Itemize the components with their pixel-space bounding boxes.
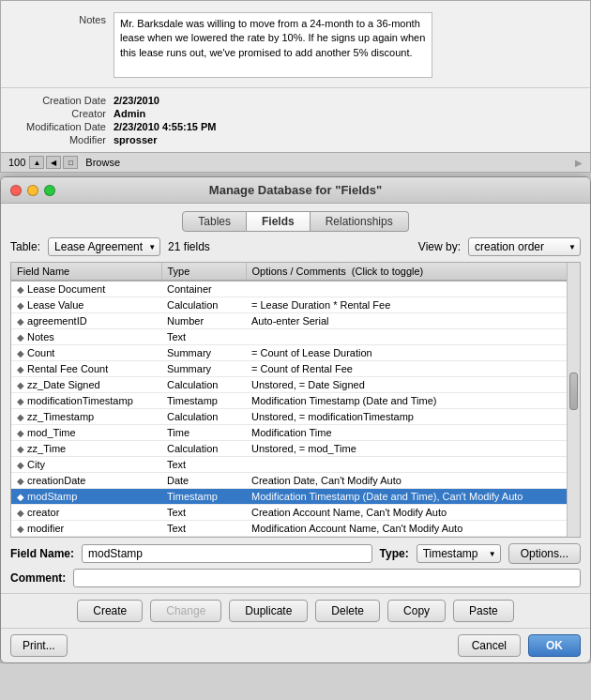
field-row-name: ◆ Notes — [11, 329, 161, 345]
field-icon: ◆ — [17, 492, 24, 502]
change-button[interactable]: Change — [150, 600, 221, 622]
paste-button[interactable]: Paste — [453, 600, 514, 622]
field-row-options: Auto-enter Serial — [246, 313, 580, 329]
field-row-type: Number — [161, 313, 246, 329]
slider-icon[interactable]: ◀ — [46, 156, 61, 169]
field-row-options: Creation Date, Can't Modify Auto — [246, 473, 580, 489]
field-icon: ◆ — [17, 284, 24, 295]
table-row[interactable]: ◆ modStamp Timestamp Modification Timest… — [11, 489, 580, 505]
browse-mode-label: Browse — [85, 157, 120, 168]
field-icon: ◆ — [17, 412, 24, 422]
options-button[interactable]: Options... — [508, 543, 581, 564]
modifier-row: Modifier sprosser — [10, 133, 581, 146]
comment-label: Comment: — [10, 571, 66, 585]
tab-relationships[interactable]: Relationships — [311, 211, 409, 232]
field-row-type: Text — [161, 329, 246, 345]
notes-value[interactable]: Mr. Barksdale was willing to move from a… — [114, 12, 432, 78]
field-row-options: Unstored, = mod_Time — [246, 441, 580, 457]
field-icon: ◆ — [17, 508, 24, 518]
field-row-options — [246, 281, 580, 297]
field-row-type: Calculation — [161, 377, 246, 393]
field-row-name: ◆ Count — [11, 345, 161, 361]
creator-row: Creator Admin — [10, 107, 581, 120]
table-row[interactable]: ◆ agreementID Number Auto-enter Serial — [11, 313, 580, 329]
field-row-type: Text — [161, 521, 246, 537]
dialog-titlebar: Manage Database for "Fields" — [1, 177, 590, 204]
field-name-label: Field Name: — [10, 547, 74, 560]
cancel-button[interactable]: Cancel — [458, 634, 521, 657]
scrollbar-thumb[interactable] — [569, 373, 578, 410]
table-row[interactable]: ◆ modifier Text Modification Account Nam… — [11, 521, 580, 537]
creation-date-row: Creation Date 2/23/2010 — [10, 94, 581, 107]
fields-table-container: Field Name Type Options / Comments (Clic… — [10, 262, 581, 538]
type-label: Type: — [380, 547, 409, 560]
comment-input[interactable] — [73, 569, 581, 587]
window-icon[interactable]: □ — [63, 156, 78, 169]
field-row-name: ◆ Lease Document — [11, 281, 161, 297]
table-select[interactable]: Lease Agreement — [48, 237, 160, 256]
field-icon: ◆ — [17, 380, 24, 390]
view-by-select[interactable]: creation order — [468, 237, 581, 256]
table-row[interactable]: ◆ Notes Text — [11, 329, 580, 345]
table-row[interactable]: ◆ Count Summary = Count of Lease Duratio… — [11, 345, 580, 361]
ok-button[interactable]: OK — [528, 634, 581, 657]
field-name-input[interactable] — [82, 544, 372, 563]
table-row[interactable]: ◆ zz_Time Calculation Unstored, = mod_Ti… — [11, 441, 580, 457]
tab-fields[interactable]: Fields — [247, 211, 311, 232]
type-select[interactable]: Timestamp — [417, 544, 501, 563]
field-icon: ◆ — [17, 460, 24, 470]
close-button[interactable] — [10, 185, 22, 196]
creator-label: Creator — [10, 108, 114, 119]
field-row-type: Timestamp — [161, 393, 246, 409]
field-row-name: ◆ Lease Value — [11, 297, 161, 313]
field-row-type: Time — [161, 425, 246, 441]
table-row[interactable]: ◆ modificationTimestamp Timestamp Modifi… — [11, 393, 580, 409]
table-row[interactable]: ◆ creationDate Date Creation Date, Can't… — [11, 473, 580, 489]
modifier-label: Modifier — [10, 134, 114, 145]
minimize-button[interactable] — [27, 185, 38, 196]
field-row-name: ◆ Rental Fee Count — [11, 361, 161, 377]
field-row-type: Calculation — [161, 297, 246, 313]
action-buttons: Create Change Duplicate Delete Copy Past… — [1, 593, 590, 628]
field-icon: ◆ — [17, 444, 24, 454]
field-row-options — [246, 457, 580, 473]
notes-row: Notes Mr. Barksdale was willing to move … — [1, 10, 590, 80]
scroll-arrow-right[interactable]: ▶ — [575, 158, 583, 168]
col-type[interactable]: Type — [161, 263, 246, 281]
duplicate-button[interactable]: Duplicate — [229, 600, 308, 622]
table-row[interactable]: ◆ Lease Document Container — [11, 281, 580, 297]
table-row[interactable]: ◆ Lease Value Calculation = Lease Durati… — [11, 297, 580, 313]
table-row[interactable]: ◆ mod_Time Time Modification Time — [11, 425, 580, 441]
field-row-name: ◆ City — [11, 457, 161, 473]
table-row[interactable]: ◆ creator Text Creation Account Name, Ca… — [11, 505, 580, 521]
table-row[interactable]: ◆ zz_Date Signed Calculation Unstored, =… — [11, 377, 580, 393]
record-number: 100 — [8, 157, 25, 168]
table-row[interactable]: ◆ Rental Fee Count Summary = Count of Re… — [11, 361, 580, 377]
creation-date-value: 2/23/2010 — [114, 95, 159, 106]
table-row[interactable]: ◆ City Text — [11, 457, 580, 473]
meta-section: Creation Date 2/23/2010 Creator Admin Mo… — [1, 87, 590, 152]
tab-tables[interactable]: Tables — [182, 211, 247, 232]
create-button[interactable]: Create — [77, 600, 143, 622]
field-icon: ◆ — [17, 332, 24, 342]
field-name-row: Field Name: Type: Timestamp Options... — [1, 538, 590, 567]
graph-icon[interactable]: ▲ — [29, 156, 44, 169]
field-row-options: Unstored, = modificationTimestamp — [246, 409, 580, 425]
col-options[interactable]: Options / Comments (Click to toggle) — [246, 263, 580, 281]
modification-date-row: Modification Date 2/23/2010 4:55:15 PM — [10, 120, 581, 133]
field-icon: ◆ — [17, 524, 24, 534]
field-icon: ◆ — [17, 428, 24, 438]
field-icon: ◆ — [17, 300, 24, 311]
dialog-tabs: Tables Fields Relationships — [1, 204, 590, 232]
scrollbar[interactable] — [567, 263, 580, 537]
col-field-name[interactable]: Field Name — [11, 263, 161, 281]
table-row[interactable]: ◆ zz_Timestamp Calculation Unstored, = m… — [11, 409, 580, 425]
dialog-footer: Print... Cancel OK — [1, 628, 590, 662]
copy-button[interactable]: Copy — [387, 600, 446, 622]
print-button[interactable]: Print... — [10, 634, 68, 657]
maximize-button[interactable] — [44, 185, 55, 196]
field-row-name: ◆ mod_Time — [11, 425, 161, 441]
field-row-name: ◆ modifier — [11, 521, 161, 537]
creation-date-label: Creation Date — [10, 95, 114, 106]
delete-button[interactable]: Delete — [315, 600, 380, 622]
